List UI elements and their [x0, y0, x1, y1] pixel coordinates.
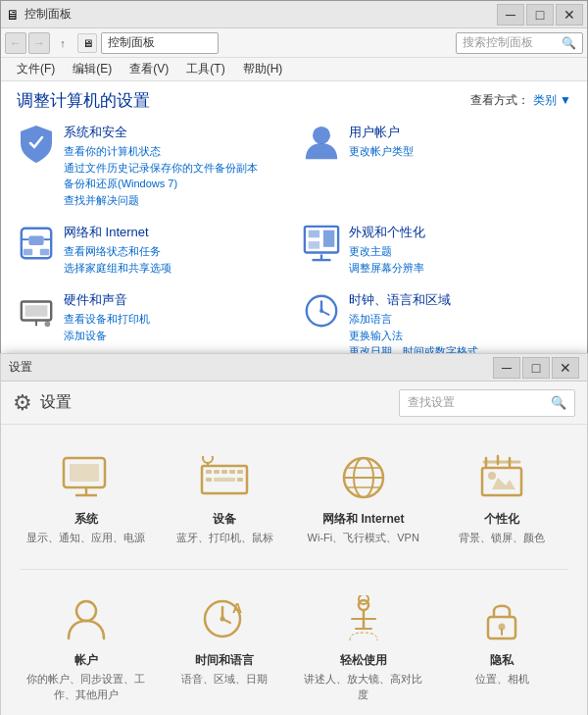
cp-categories-grid: 系统和安全 查看你的计算机状态 通过文件历史记录保存你的文件备份副本 备份和还原…: [17, 124, 571, 383]
settings-close-button[interactable]: ✕: [552, 357, 579, 379]
settings-item-title-ease: 轻松使用: [340, 652, 387, 669]
cp-link-troubleshoot[interactable]: 查找并解决问题: [64, 192, 258, 209]
menu-help[interactable]: 帮助(H): [235, 59, 291, 79]
cp-link-change-theme[interactable]: 更改主题: [349, 243, 425, 260]
nav-up-button[interactable]: ↑: [52, 32, 74, 54]
settings-item-title-privacy: 隐私: [490, 652, 514, 669]
cp-link-screen-resolution[interactable]: 调整屏幕分辨率: [349, 260, 425, 277]
cp-content: 调整计算机的设置 查看方式： 类别 ▼ 系统和安全 查看你的计算机状态: [1, 81, 587, 383]
settings-item-ease[interactable]: 轻松使用 讲述人、放大镜、高对比度: [298, 582, 429, 710]
cp-cat-title-user-accounts[interactable]: 用户帐户: [349, 124, 414, 141]
svg-rect-43: [214, 478, 235, 482]
view-mode-value[interactable]: 类别 ▼: [533, 92, 571, 109]
settings-icon-personalization: [476, 452, 527, 503]
cp-maximize-button[interactable]: □: [526, 4, 554, 26]
cp-cat-content-clock: 时钟、语言和区域 添加语言 更换输入法 更改日期、时间或数字格式: [349, 291, 478, 360]
settings-item-accounts[interactable]: 帐户 你的帐户、同步设置、工作、其他用户: [21, 582, 152, 710]
cp-cat-sub-system-security: 查看你的计算机状态 通过文件历史记录保存你的文件备份副本 备份和还原(Windo…: [64, 143, 258, 208]
settings-item-title-time: 时间和语言: [195, 652, 254, 669]
svg-point-57: [76, 601, 96, 621]
cp-cat-content-hardware: 硬件和声音 查看设备和打印机 添加设备: [64, 291, 150, 343]
cp-cat-title-hardware[interactable]: 硬件和声音: [64, 291, 150, 309]
svg-rect-39: [221, 470, 227, 474]
settings-maximize-button[interactable]: □: [522, 357, 550, 379]
cp-link-add-language[interactable]: 添加语言: [349, 311, 478, 328]
cp-title-icon: 🖥: [5, 7, 21, 23]
settings-icon-devices: [199, 452, 250, 503]
settings-item-title-network: 网络和 Internet: [322, 511, 404, 528]
settings-item-devices[interactable]: 设备 蓝牙、打印机、鼠标: [160, 440, 291, 553]
settings-item-sub-personalization: 背景、锁屏、颜色: [459, 531, 545, 545]
svg-rect-14: [25, 305, 48, 316]
cp-cat-title-appearance[interactable]: 外观和个性化: [349, 224, 425, 241]
view-mode-label: 查看方式：: [470, 92, 529, 109]
settings-grid-row1: 系统 显示、通知、应用、电源: [21, 440, 567, 553]
cp-cat-content-appearance: 外观和个性化 更改主题 调整屏幕分辨率: [349, 224, 425, 276]
svg-rect-5: [24, 249, 33, 256]
cp-icon-hardware: [17, 291, 56, 331]
settings-item-privacy[interactable]: 隐私 位置、相机: [437, 582, 568, 710]
svg-rect-8: [309, 230, 319, 238]
nav-forward-button[interactable]: →: [28, 32, 50, 54]
settings-item-title-accounts: 帐户: [74, 652, 98, 669]
menu-file[interactable]: 文件(F): [9, 59, 63, 79]
cp-cat-title-network[interactable]: 网络和 Internet: [64, 224, 172, 241]
svg-point-15: [45, 321, 51, 327]
settings-search-box[interactable]: 查找设置 🔍: [399, 389, 575, 417]
cp-link-homegroup[interactable]: 选择家庭组和共享选项: [64, 260, 172, 277]
cp-category-system-security: 系统和安全 查看你的计算机状态 通过文件历史记录保存你的文件备份副本 备份和还原…: [17, 124, 286, 208]
svg-point-0: [313, 127, 330, 144]
svg-rect-10: [309, 241, 319, 249]
cp-cat-title-clock[interactable]: 时钟、语言和区域: [349, 291, 478, 309]
cp-link-add-device[interactable]: 添加设备: [64, 328, 150, 344]
settings-item-personalization[interactable]: 个性化 背景、锁屏、颜色: [437, 440, 568, 553]
settings-icon-accounts: [61, 593, 112, 644]
svg-rect-33: [70, 464, 99, 482]
settings-item-title-system: 系统: [74, 511, 98, 528]
settings-content: 系统 显示、通知、应用、电源: [1, 425, 587, 715]
svg-rect-9: [323, 230, 334, 247]
nav-search-box[interactable]: 搜索控制面板 🔍: [456, 32, 583, 54]
menu-edit[interactable]: 编辑(E): [65, 59, 120, 79]
cp-minimize-button[interactable]: ─: [497, 4, 524, 26]
svg-rect-2: [28, 235, 43, 245]
settings-gear-icon: ⚙: [13, 390, 32, 416]
settings-item-network[interactable]: 网络和 Internet Wi-Fi、飞行模式、VPN: [298, 440, 429, 553]
cp-cat-content-system-security: 系统和安全 查看你的计算机状态 通过文件历史记录保存你的文件备份副本 备份和还原…: [64, 124, 258, 208]
settings-minimize-button[interactable]: ─: [493, 357, 520, 379]
svg-point-20: [319, 309, 323, 313]
settings-divider: [21, 569, 567, 570]
view-mode: 查看方式： 类别 ▼: [470, 92, 571, 109]
cp-link-change-account-type[interactable]: 更改帐户类型: [349, 143, 414, 160]
cp-close-button[interactable]: ✕: [556, 4, 583, 26]
settings-navbar: ⚙ 设置 查找设置 🔍: [1, 382, 587, 425]
cp-link-check-status[interactable]: 查看你的计算机状态: [64, 143, 258, 160]
settings-item-time[interactable]: A 时间和语言 语音、区域、日期: [160, 582, 291, 710]
cp-link-file-history[interactable]: 通过文件历史记录保存你的文件备份副本: [64, 160, 258, 177]
menu-tools[interactable]: 工具(T): [178, 59, 232, 79]
settings-item-sub-system: 显示、通知、应用、电源: [26, 531, 145, 545]
cp-cat-title-system-security[interactable]: 系统和安全: [64, 124, 258, 141]
cp-icon-clock: [302, 291, 341, 331]
settings-window-controls: ─ □ ✕: [493, 357, 579, 379]
settings-item-title-devices: 设备: [213, 511, 236, 528]
settings-item-system[interactable]: 系统 显示、通知、应用、电源: [21, 440, 152, 553]
svg-point-45: [203, 456, 213, 463]
nav-breadcrumb[interactable]: 控制面板: [101, 32, 219, 54]
cp-category-network: 网络和 Internet 查看网络状态和任务 选择家庭组和共享选项: [17, 224, 286, 276]
settings-item-sub-privacy: 位置、相机: [475, 672, 529, 687]
cp-cat-sub-appearance: 更改主题 调整屏幕分辨率: [349, 243, 425, 276]
cp-link-change-input[interactable]: 更换输入法: [349, 328, 478, 344]
cp-link-view-network[interactable]: 查看网络状态和任务: [64, 243, 172, 260]
cp-window-controls: ─ □ ✕: [497, 4, 583, 26]
cp-title-text: 控制面板: [24, 6, 497, 23]
settings-item-sub-network: Wi-Fi、飞行模式、VPN: [308, 531, 419, 545]
cp-cat-content-network: 网络和 Internet 查看网络状态和任务 选择家庭组和共享选项: [64, 224, 172, 276]
cp-category-user-accounts: 用户帐户 更改帐户类型: [302, 124, 571, 208]
cp-link-view-devices[interactable]: 查看设备和打印机: [64, 311, 150, 328]
menu-view[interactable]: 查看(V): [122, 59, 176, 79]
cp-icon-system-security: [17, 124, 56, 163]
nav-back-button[interactable]: ←: [5, 32, 26, 54]
nav-path-icon: 🖥: [77, 33, 97, 53]
cp-link-backup[interactable]: 备份和还原(Windows 7): [64, 176, 258, 192]
